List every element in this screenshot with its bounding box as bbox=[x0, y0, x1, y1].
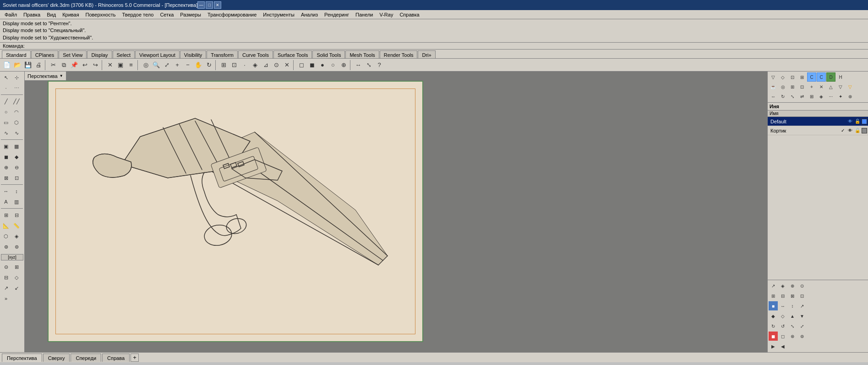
tb-layer-btn[interactable]: ≡ bbox=[126, 60, 136, 70]
transform2-btn[interactable]: ⊟ bbox=[11, 210, 22, 220]
tb-redo-btn[interactable]: ↪ bbox=[90, 60, 100, 70]
rt-tool-20[interactable]: ⤢ bbox=[797, 321, 807, 331]
toolbar-tab-dri»[interactable]: Dri» bbox=[418, 50, 435, 58]
toolbar-tab-solid-tools[interactable]: Solid Tools bbox=[312, 50, 345, 58]
rt-tool-15[interactable]: ▲ bbox=[788, 311, 797, 321]
rt-tool-9[interactable]: ■ bbox=[769, 301, 778, 310]
rt-tool-24[interactable]: ⊚ bbox=[797, 332, 807, 341]
tb-paste-btn[interactable]: 📌 bbox=[69, 60, 79, 70]
tb-int-btn[interactable]: ✕ bbox=[282, 60, 292, 70]
polyline-btn[interactable]: ╱╱ bbox=[11, 96, 22, 106]
toolbar-tab-set-view[interactable]: Set View bbox=[59, 50, 87, 58]
tb-zoomin-btn[interactable]: + bbox=[172, 60, 182, 70]
bottom-tab-справа[interactable]: Справа bbox=[102, 354, 130, 362]
rt-tool-2[interactable]: ◈ bbox=[778, 281, 787, 290]
rt-mirror-btn[interactable]: ⇌ bbox=[797, 92, 807, 101]
tb-zoom-btn[interactable]: 🔍 bbox=[151, 60, 161, 70]
menu-item-трансформирование[interactable]: Трансформирование bbox=[205, 11, 259, 18]
layer-default-lock-icon[interactable]: 🔓 bbox=[854, 119, 861, 124]
arc-btn[interactable]: ◠ bbox=[11, 107, 22, 117]
toolbar-tab-render-tools[interactable]: Render Tools bbox=[380, 50, 418, 58]
rt-tool-16[interactable]: ▼ bbox=[797, 311, 807, 321]
select-opts-btn[interactable]: ⊹ bbox=[11, 72, 22, 83]
surfmesh-btn[interactable]: ▦ bbox=[11, 141, 22, 151]
tb-zoomext-btn[interactable]: ⤢ bbox=[162, 60, 172, 70]
rt-view-persp-btn[interactable]: ◇ bbox=[778, 72, 787, 82]
tb-pan-btn[interactable]: ✋ bbox=[193, 60, 203, 70]
rt-tool-26[interactable]: ◀ bbox=[778, 342, 787, 351]
toolbar-tab-select[interactable]: Select bbox=[113, 50, 135, 58]
bottom-tab-спереди[interactable]: Спереди bbox=[71, 354, 101, 362]
mesh2-btn[interactable]: ⊡ bbox=[11, 173, 22, 183]
rt-tool-12[interactable]: ↗ bbox=[797, 301, 807, 310]
rt-move-btn[interactable]: ↔ bbox=[769, 92, 778, 101]
bottom-tab-сверху[interactable]: Сверху bbox=[43, 354, 70, 362]
mesh-btn[interactable]: ⊠ bbox=[1, 173, 11, 183]
add-viewport-button[interactable]: + bbox=[131, 354, 139, 362]
toolbar-tab-cplanes[interactable]: CPlanes bbox=[31, 50, 59, 58]
misc2-btn[interactable]: ⊚ bbox=[11, 242, 22, 252]
menu-item-справка[interactable]: Справка bbox=[397, 11, 422, 18]
tb-undo-btn[interactable]: ↩ bbox=[80, 60, 90, 70]
layer-default-color-swatch[interactable] bbox=[862, 119, 867, 124]
rt-colorC-btn[interactable]: D bbox=[826, 72, 835, 82]
bottom-tab-перспектива[interactable]: Перспектива bbox=[2, 354, 42, 362]
rect-btn[interactable]: ▭ bbox=[1, 117, 11, 127]
rt-up-btn[interactable]: △ bbox=[826, 82, 835, 91]
menu-item-рендеринг[interactable]: Рендеринг bbox=[322, 11, 352, 18]
text-btn[interactable]: A bbox=[1, 197, 11, 207]
menu-item-твердое-тело[interactable]: Твердое тело bbox=[119, 11, 156, 18]
rt-grid2-btn[interactable]: ⊞ bbox=[788, 82, 797, 91]
rt-tool-19[interactable]: ⤡ bbox=[788, 321, 797, 331]
rt-extra-btn[interactable]: ⊛ bbox=[846, 92, 855, 101]
rt-pts-btn[interactable]: ··· bbox=[826, 92, 835, 101]
rt-tool-25[interactable]: ▶ bbox=[769, 342, 778, 351]
hatch-btn[interactable]: ▥ bbox=[11, 197, 22, 207]
solid-btn[interactable]: ◼ bbox=[1, 152, 11, 162]
rt-tool-7[interactable]: ⊠ bbox=[788, 291, 797, 300]
curve2-btn[interactable]: ∿ bbox=[11, 128, 22, 138]
menu-item-вид[interactable]: Вид bbox=[44, 11, 59, 18]
tb-grid-btn[interactable]: ⊞ bbox=[218, 60, 229, 70]
layer-row-kortik[interactable]: Кортик ✓ 👁 🔓 bbox=[768, 126, 868, 135]
rt-tool-10[interactable]: ↔ bbox=[778, 301, 787, 310]
boolean2-btn[interactable]: ⊖ bbox=[11, 162, 22, 172]
layer-kortik-color-swatch[interactable] bbox=[862, 128, 867, 133]
tb-cen-btn[interactable]: ⊙ bbox=[271, 60, 281, 70]
rt-view-top-btn[interactable]: ▽ bbox=[769, 72, 778, 82]
menu-item-правка[interactable]: Правка bbox=[21, 11, 43, 18]
tb-render-btn[interactable]: ● bbox=[317, 60, 328, 70]
rt-colorB-btn[interactable]: C bbox=[817, 72, 826, 82]
toolbar-tab-curve-tools[interactable]: Curve Tools bbox=[238, 50, 273, 58]
analysis2-btn[interactable]: 📏 bbox=[11, 221, 22, 231]
toolbar-tab-viewport-layout[interactable]: Viewport Layout bbox=[135, 50, 180, 58]
tb-save-btn[interactable]: 💾 bbox=[23, 60, 33, 70]
rt-check-btn[interactable]: ▽ bbox=[846, 82, 855, 91]
tb-point-btn[interactable]: · bbox=[240, 60, 250, 70]
tb-help-btn[interactable]: ? bbox=[374, 60, 384, 70]
rt-tool-4[interactable]: ⊙ bbox=[797, 281, 807, 290]
tb-ghosta-btn[interactable]: ○ bbox=[328, 60, 338, 70]
rt-tool-11[interactable]: ↕ bbox=[788, 301, 797, 310]
tb-cut-btn[interactable]: ✂ bbox=[48, 60, 58, 70]
tb-shade-btn[interactable]: ◼ bbox=[307, 60, 317, 70]
toolbar-tab-transform[interactable]: Transform bbox=[207, 50, 238, 58]
menu-item-инструменты[interactable]: Инструменты bbox=[260, 11, 297, 18]
rt-tool-18[interactable]: ↺ bbox=[778, 321, 787, 331]
menu-item-анализ[interactable]: Анализ bbox=[298, 11, 321, 18]
snap-vert-btn[interactable]: ◇ bbox=[11, 272, 22, 282]
snap-plane-btn[interactable]: ⊞ bbox=[11, 262, 22, 272]
layer-kortik-eye-icon[interactable]: 👁 bbox=[847, 128, 853, 133]
tb-wire-btn[interactable]: ◻ bbox=[296, 60, 306, 70]
line-btn[interactable]: ╱ bbox=[1, 96, 11, 106]
menu-item-файл[interactable]: Файл bbox=[2, 11, 20, 18]
more-btn[interactable]: » bbox=[1, 293, 11, 304]
toolbar-tab-display[interactable]: Display bbox=[87, 50, 112, 58]
misc-btn[interactable]: ⊛ bbox=[1, 242, 11, 252]
rt-del-btn[interactable]: ✕ bbox=[817, 82, 826, 91]
tb-move-btn[interactable]: ↔ bbox=[353, 60, 363, 70]
rt-down-btn[interactable]: ▽ bbox=[836, 82, 845, 91]
rt-snap2-btn[interactable]: ◈ bbox=[817, 92, 826, 101]
tb-open-btn[interactable]: 📂 bbox=[12, 60, 22, 70]
boolean-btn[interactable]: ⊕ bbox=[1, 162, 11, 172]
